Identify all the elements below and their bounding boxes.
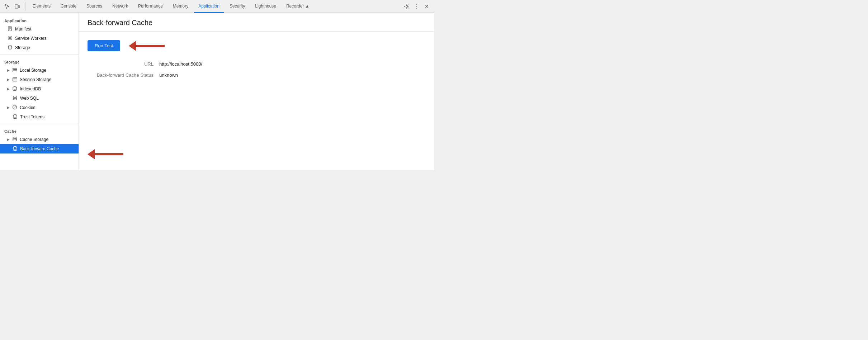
tab-security[interactable]: Security xyxy=(225,0,249,13)
local-storage-icon xyxy=(12,68,18,73)
indexeddb-label: IndexedDB xyxy=(20,86,41,91)
cache-storage-chevron: ▶ xyxy=(7,138,10,141)
tab-sources[interactable]: Sources xyxy=(82,0,107,13)
content-body: Run Test URL http://localhost:5000/ Back… xyxy=(79,32,434,92)
tab-network[interactable]: Network xyxy=(108,0,132,13)
cookies-icon xyxy=(12,105,18,111)
run-test-row: Run Test xyxy=(88,40,425,51)
tab-elements[interactable]: Elements xyxy=(28,0,55,13)
cache-status-label: Back-forward Cache Status xyxy=(88,72,159,78)
local-storage-chevron: ▶ xyxy=(7,69,10,72)
cache-section-label: Cache xyxy=(0,126,79,135)
svg-point-28 xyxy=(13,146,17,148)
tab-performance[interactable]: Performance xyxy=(134,0,167,13)
sidebar-item-indexeddb[interactable]: ▶ IndexedDB xyxy=(0,84,79,94)
local-storage-label: Local Storage xyxy=(20,68,46,73)
web-sql-label: Web SQL xyxy=(20,96,39,101)
svg-rect-0 xyxy=(15,5,18,8)
run-test-arrow xyxy=(129,41,165,51)
bfcache-label: Back-forward Cache xyxy=(20,146,59,151)
web-sql-icon xyxy=(12,95,18,101)
trust-tokens-label: Trust Tokens xyxy=(20,114,44,119)
svg-point-21 xyxy=(13,96,17,97)
arrow-head-icon xyxy=(129,41,136,51)
svg-point-26 xyxy=(13,114,17,116)
svg-point-24 xyxy=(15,107,16,107)
svg-rect-19 xyxy=(13,80,17,81)
bottom-arrow-head-icon xyxy=(88,149,95,159)
sidebar-item-session-storage[interactable]: ▶ Session Storage xyxy=(0,75,79,84)
toolbar: Elements Console Sources Network Perform… xyxy=(0,0,434,13)
page-title: Back-forward Cache xyxy=(88,19,425,27)
svg-rect-17 xyxy=(13,77,17,79)
svg-point-20 xyxy=(13,86,16,88)
cache-status-value: unknown xyxy=(159,72,178,78)
svg-point-13 xyxy=(8,46,12,47)
sidebar-item-service-workers[interactable]: Service Workers xyxy=(0,34,79,43)
sidebar-item-manifest[interactable]: Manifest xyxy=(0,24,79,34)
bottom-arrow-shaft xyxy=(95,153,123,155)
manifest-icon xyxy=(7,26,13,32)
svg-point-25 xyxy=(14,108,15,108)
sidebar-item-cache-storage[interactable]: ▶ Cache Storage xyxy=(0,135,79,144)
cache-storage-icon xyxy=(12,137,18,143)
sidebar-item-trust-tokens[interactable]: Trust Tokens xyxy=(0,112,79,122)
cookies-chevron: ▶ xyxy=(7,106,10,109)
url-value: http://localhost:5000/ xyxy=(159,61,202,67)
content: Back-forward Cache Run Test URL http://l… xyxy=(79,13,434,170)
tab-console[interactable]: Console xyxy=(56,0,81,13)
svg-rect-15 xyxy=(13,70,17,71)
toolbar-right: ⋮ ✕ xyxy=(402,2,431,11)
svg-rect-16 xyxy=(13,71,17,72)
application-section-label: Application xyxy=(0,16,79,24)
url-row: URL http://localhost:5000/ xyxy=(88,61,425,67)
session-storage-icon xyxy=(12,77,18,82)
storage-section-label: Storage xyxy=(0,57,79,66)
arrow-shaft xyxy=(136,45,165,47)
cache-status-row: Back-forward Cache Status unknown xyxy=(88,72,425,78)
indexeddb-chevron: ▶ xyxy=(7,87,10,91)
divider-2 xyxy=(0,124,79,124)
run-test-button[interactable]: Run Test xyxy=(88,40,120,51)
bottom-red-arrow xyxy=(88,149,123,159)
url-label: URL xyxy=(88,61,159,67)
sidebar-item-bfcache[interactable]: Back-forward Cache xyxy=(0,144,79,154)
svg-point-2 xyxy=(406,5,408,7)
svg-rect-1 xyxy=(18,5,19,8)
close-icon[interactable]: ✕ xyxy=(423,2,431,11)
indexeddb-icon xyxy=(12,86,18,92)
svg-point-8 xyxy=(9,37,11,39)
sidebar-item-local-storage[interactable]: ▶ Local Storage xyxy=(0,66,79,75)
content-area: Back-forward Cache Run Test URL http://l… xyxy=(79,13,434,170)
divider-1 xyxy=(0,55,79,55)
svg-point-22 xyxy=(13,105,17,109)
settings-icon[interactable] xyxy=(402,2,411,11)
session-storage-label: Session Storage xyxy=(20,77,51,82)
main-layout: Application Manifest xyxy=(0,13,434,170)
more-icon[interactable]: ⋮ xyxy=(412,2,421,11)
service-workers-icon xyxy=(7,36,13,42)
svg-point-27 xyxy=(13,137,16,138)
svg-rect-18 xyxy=(13,79,17,80)
service-workers-label: Service Workers xyxy=(15,36,47,41)
tab-memory[interactable]: Memory xyxy=(169,0,193,13)
tab-recorder[interactable]: Recorder ▲ xyxy=(282,0,314,13)
cache-storage-label: Cache Storage xyxy=(20,137,48,142)
cookies-label: Cookies xyxy=(20,105,35,110)
svg-rect-14 xyxy=(13,68,17,69)
toolbar-left-icons xyxy=(3,2,25,11)
svg-point-23 xyxy=(14,106,14,107)
tab-lighthouse[interactable]: Lighthouse xyxy=(251,0,280,13)
tab-application[interactable]: Application xyxy=(194,0,224,13)
sidebar-item-storage[interactable]: Storage xyxy=(0,43,79,52)
bfcache-icon xyxy=(12,146,18,152)
device-icon[interactable] xyxy=(13,2,22,11)
sidebar-item-cookies[interactable]: ▶ Cookies xyxy=(0,103,79,112)
sidebar-item-web-sql[interactable]: Web SQL xyxy=(0,94,79,103)
storage-icon xyxy=(7,45,13,51)
trust-tokens-icon xyxy=(12,114,18,120)
session-storage-chevron: ▶ xyxy=(7,78,10,81)
bottom-arrow-row xyxy=(88,149,123,159)
storage-label: Storage xyxy=(15,45,30,50)
cursor-icon[interactable] xyxy=(3,2,11,11)
